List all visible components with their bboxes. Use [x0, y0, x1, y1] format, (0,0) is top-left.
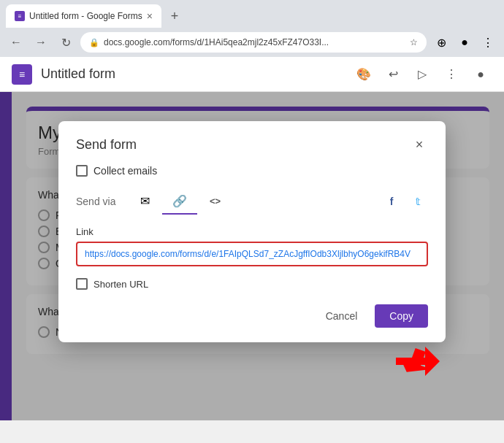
cancel-button[interactable]: Cancel	[314, 304, 370, 328]
tab-bar: ≡ Untitled form - Google Forms × +	[0, 0, 504, 28]
palette-button[interactable]: 🎨	[352, 63, 375, 86]
undo-button[interactable]: ↩	[381, 63, 405, 86]
shorten-url-row: Shorten URL	[76, 278, 428, 290]
email-icon: ✉	[140, 194, 150, 208]
red-arrow-svg	[396, 343, 440, 380]
twitter-icon[interactable]: 𝕥	[408, 191, 428, 212]
app-icon-glyph: ≡	[19, 69, 25, 80]
send-button[interactable]: ▷	[411, 63, 434, 86]
collect-emails-label: Collect emails	[93, 165, 157, 177]
back-button[interactable]: ←	[6, 32, 26, 53]
lock-icon: 🔒	[89, 38, 99, 47]
profile-button[interactable]: ●	[454, 32, 475, 53]
tab-favicon: ≡	[15, 11, 25, 21]
facebook-icon[interactable]: f	[381, 191, 402, 212]
extensions-button[interactable]: ⊕	[431, 32, 451, 53]
favicon-icon: ≡	[18, 13, 22, 20]
reload-button[interactable]: ↻	[56, 32, 76, 53]
app-bar: ≡ Untitled form 🎨 ↩ ▷ ⋮ ●	[0, 57, 504, 92]
send-form-dialog: Send form × Collect emails Send via ✉ 🔗 …	[58, 121, 446, 342]
send-via-link-tab[interactable]: 🔗	[162, 188, 197, 215]
dialog-actions: Cancel Copy	[76, 304, 428, 328]
app-bar-actions: 🎨 ↩ ▷ ⋮ ●	[352, 63, 492, 86]
address-input[interactable]: 🔒 docs.google.com/forms/d/1HAi5qea2mjl2z…	[80, 32, 427, 53]
app-title: Untitled form	[41, 66, 343, 82]
shorten-url-label: Shorten URL	[93, 279, 148, 290]
url-text: docs.google.com/forms/d/1HAi5qea2mjl2z45…	[104, 37, 405, 47]
code-icon: <>	[210, 196, 221, 207]
link-section: Link https://docs.google.com/forms/d/e/1…	[76, 226, 428, 266]
browser-actions: ⊕ ● ⋮	[431, 32, 498, 53]
send-via-email-tab[interactable]: ✉	[127, 188, 162, 215]
send-via-row: Send via ✉ 🔗 <> f 𝕥	[76, 188, 428, 215]
star-icon: ☆	[410, 37, 418, 47]
tab-title: Untitled form - Google Forms	[29, 11, 142, 21]
shorten-url-checkbox[interactable]	[76, 278, 88, 290]
app-icon: ≡	[12, 64, 32, 85]
collect-emails-row: Collect emails	[76, 165, 428, 177]
address-bar-row: ← → ↻ 🔒 docs.google.com/forms/d/1HAi5qea…	[0, 28, 504, 57]
arrow-indicator	[396, 343, 440, 382]
link-input[interactable]: https://docs.google.com/forms/d/e/1FAIpQ…	[76, 242, 428, 266]
browser-chrome: ≡ Untitled form - Google Forms × + ← → ↻…	[0, 0, 504, 57]
tab-close-button[interactable]: ×	[147, 10, 153, 22]
send-via-tabs: ✉ 🔗 <>	[127, 188, 232, 215]
copy-button[interactable]: Copy	[375, 304, 428, 328]
dialog-title: Send form	[76, 137, 137, 153]
menu-button[interactable]: ⋮	[478, 32, 498, 53]
send-via-code-tab[interactable]: <>	[197, 188, 232, 215]
send-via-label: Send via	[76, 196, 115, 207]
link-label: Link	[76, 226, 428, 237]
forward-button[interactable]: →	[31, 32, 51, 53]
link-icon: 🔗	[172, 194, 187, 208]
active-tab[interactable]: ≡ Untitled form - Google Forms ×	[6, 4, 161, 28]
account-button[interactable]: ●	[469, 63, 492, 86]
dialog-close-button[interactable]: ×	[411, 136, 428, 153]
social-share-icons: f 𝕥	[381, 191, 428, 212]
dialog-header: Send form ×	[76, 136, 428, 153]
more-options-button[interactable]: ⋮	[440, 63, 463, 86]
main-content: My T Form desc What is y Royle Barky Mar…	[0, 92, 504, 420]
new-tab-button[interactable]: +	[164, 6, 185, 26]
collect-emails-checkbox[interactable]	[76, 165, 88, 177]
